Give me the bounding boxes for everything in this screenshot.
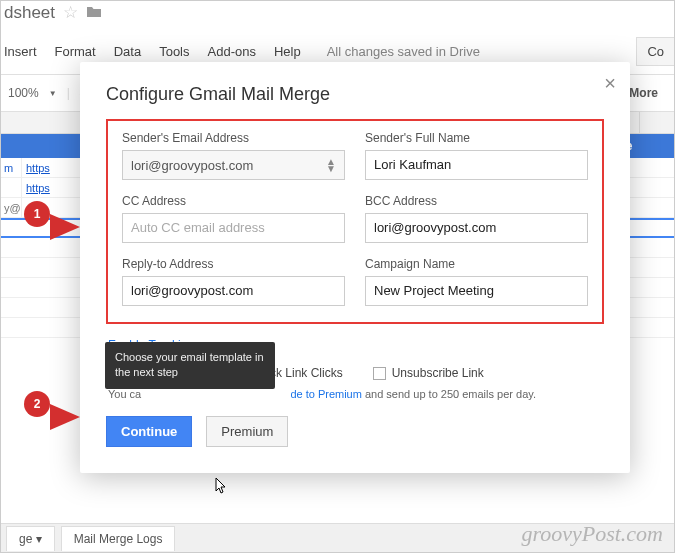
upgrade-text: You ca xxxxxxxxxxxxxxxxxxxxxxxxxx de to … xyxy=(108,388,604,400)
sender-email-label: Sender's Email Address xyxy=(122,131,345,145)
tab-main[interactable]: ge ▾ xyxy=(6,526,55,551)
menu-tools[interactable]: Tools xyxy=(159,44,189,59)
replyto-label: Reply-to Address xyxy=(122,257,345,271)
menu-help[interactable]: Help xyxy=(274,44,301,59)
check-unsub-label: Unsubscribe Link xyxy=(392,366,484,380)
dialog-title: Configure Gmail Mail Merge xyxy=(106,84,604,105)
premium-button[interactable]: Premium xyxy=(206,416,288,447)
campaign-input[interactable]: New Project Meeting xyxy=(365,276,588,306)
save-status: All changes saved in Drive xyxy=(327,44,480,59)
tab-logs[interactable]: Mail Merge Logs xyxy=(61,526,176,551)
comments-button[interactable]: Co xyxy=(636,37,675,66)
cc-input[interactable]: Auto CC email address xyxy=(122,213,345,243)
campaign-label: Campaign Name xyxy=(365,257,588,271)
replyto-input[interactable]: lori@groovypost.com xyxy=(122,276,345,306)
continue-tooltip: Choose your email template in the next s… xyxy=(105,342,275,389)
sender-name-input[interactable]: Lori Kaufman xyxy=(365,150,588,180)
cell-link[interactable]: https xyxy=(26,182,50,194)
title-bar: dsheet ☆ xyxy=(0,0,675,29)
mail-merge-dialog: × Configure Gmail Mail Merge Sender's Em… xyxy=(80,62,630,473)
sender-email-select[interactable]: lori@groovypost.com ▲▼ xyxy=(122,150,345,180)
sender-name-label: Sender's Full Name xyxy=(365,131,588,145)
folder-icon[interactable] xyxy=(86,3,102,23)
continue-button[interactable]: Continue xyxy=(106,416,192,447)
menu-data[interactable]: Data xyxy=(114,44,141,59)
close-icon[interactable]: × xyxy=(604,72,616,95)
zoom-select[interactable]: 100% xyxy=(8,86,39,100)
watermark: groovyPost.com xyxy=(521,521,663,547)
star-icon[interactable]: ☆ xyxy=(63,2,78,23)
check-links-label: ack Link Clicks xyxy=(263,366,342,380)
checkbox-unsub[interactable] xyxy=(373,367,386,380)
upgrade-link[interactable]: de to Premium xyxy=(290,388,362,400)
menu-format[interactable]: Format xyxy=(55,44,96,59)
doc-name[interactable]: dsheet xyxy=(4,3,55,23)
form-highlight-box: Sender's Email Address lori@groovypost.c… xyxy=(106,119,604,324)
bcc-input[interactable]: lori@groovypost.com xyxy=(365,213,588,243)
cc-label: CC Address xyxy=(122,194,345,208)
menu-addons[interactable]: Add-ons xyxy=(208,44,256,59)
cell-link[interactable]: https xyxy=(26,162,50,174)
menu-insert[interactable]: Insert xyxy=(4,44,37,59)
updown-icon: ▲▼ xyxy=(326,158,336,172)
cursor-icon xyxy=(215,477,229,499)
bcc-label: BCC Address xyxy=(365,194,588,208)
sender-email-value: lori@groovypost.com xyxy=(131,158,253,173)
